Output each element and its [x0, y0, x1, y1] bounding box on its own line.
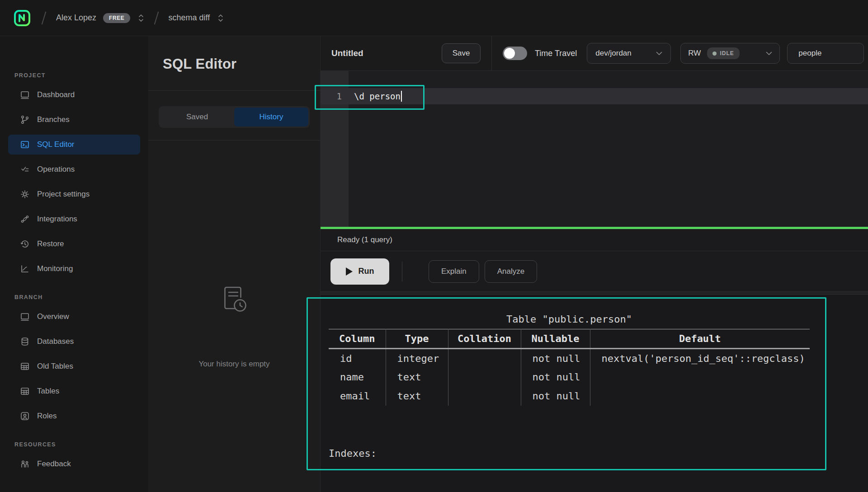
results-splitter[interactable] [321, 291, 868, 295]
sidebar-item-project-settings[interactable]: Project settings [8, 184, 140, 204]
top-bar: Alex Lopez FREE schema diff [0, 0, 868, 36]
save-button[interactable]: Save [442, 43, 481, 63]
time-travel-toggle[interactable] [503, 47, 527, 60]
query-result-output: Table "public.person" Column Type Collat… [329, 310, 810, 492]
branch-select[interactable]: dev/jordan [587, 43, 671, 64]
user-badge-icon [20, 411, 30, 421]
table-grid-icon [20, 386, 30, 396]
neon-console: Alex Lopez FREE schema diff PROJECT Dash… [0, 0, 868, 492]
result-table-title: Table "public.person" [329, 310, 810, 329]
code-line[interactable]: \d person [354, 88, 402, 104]
terminal-icon [20, 140, 30, 150]
column-header: Collation [448, 329, 521, 349]
ready-status-text: Ready (1 query) [337, 235, 392, 244]
compute-status-badge: IDLE [707, 47, 739, 59]
org-switcher-chevrons-icon[interactable] [138, 13, 144, 23]
sql-editor-panel: SQL Editor Saved History Your history is… [148, 36, 320, 492]
table-row: email text not null [329, 387, 810, 406]
explain-button[interactable]: Explain [429, 260, 479, 283]
breadcrumb-separator [42, 11, 47, 24]
project-switcher-chevrons-icon[interactable] [217, 13, 224, 23]
column-header: Nullable [521, 329, 590, 349]
query-tab-section: Untitled Save [321, 36, 492, 70]
database-select[interactable]: people [787, 43, 864, 64]
sidebar-item-monitoring[interactable]: Monitoring [8, 259, 140, 279]
window-icon [20, 312, 30, 322]
people-icon [20, 459, 30, 469]
database-icon [20, 337, 30, 347]
results-pane: Table "public.person" Column Type Collat… [321, 295, 868, 492]
column-header: Column [329, 329, 386, 349]
time-travel-label: Time Travel [535, 49, 577, 58]
active-line-highlight [321, 88, 868, 104]
divider [402, 262, 402, 281]
sidebar-item-restore[interactable]: Restore [8, 234, 140, 254]
column-header: Type [386, 329, 448, 349]
indexes-block: Indexes: "person_pkey" PRIMARY KEY, btre… [329, 408, 810, 492]
empty-history-icon [220, 284, 248, 317]
sidebar-section-resources: RESOURCES [14, 441, 148, 448]
tab-history[interactable]: History [234, 108, 308, 127]
sidebar-item-roles[interactable]: Roles [8, 406, 140, 426]
sidebar-item-feedback[interactable]: Feedback [8, 454, 140, 474]
gear-icon [20, 189, 30, 199]
editor-header: Untitled Save Time Travel dev/jordan RW [321, 36, 868, 71]
empty-history-text: Your history is empty [148, 360, 320, 369]
dashboard-icon [20, 90, 30, 100]
neon-logo-icon[interactable] [14, 9, 31, 27]
sidebar-item-old-tables[interactable]: Old Tables [8, 356, 140, 376]
panel-header: SQL Editor [148, 36, 320, 91]
status-bar: Ready (1 query) [321, 229, 868, 251]
sidebar-item-sql-editor[interactable]: SQL Editor [8, 135, 140, 155]
run-button[interactable]: Run [330, 258, 389, 285]
analyze-button[interactable]: Analyze [485, 260, 537, 283]
sidebar-item-operations[interactable]: Operations [8, 159, 140, 179]
page-title: SQL Editor [163, 56, 320, 72]
sidebar-item-tables[interactable]: Tables [8, 381, 140, 401]
table-grid-icon [20, 361, 30, 371]
chart-icon [20, 264, 30, 274]
git-branch-icon [20, 115, 30, 125]
play-icon [346, 267, 353, 276]
column-header: Default [590, 329, 810, 349]
editor-panel: Untitled Save Time Travel dev/jordan RW [320, 36, 868, 492]
chevron-down-icon [656, 52, 662, 56]
actions-row: Run Explain Analyze [321, 251, 868, 291]
result-header-row: Column Type Collation Nullable Default [329, 329, 810, 349]
table-row: id integer not null nextval('person_id_s… [329, 349, 810, 368]
text-cursor [401, 91, 402, 102]
sidebar-item-databases[interactable]: Databases [8, 332, 140, 351]
compute-select[interactable]: RW IDLE [680, 43, 780, 64]
query-title[interactable]: Untitled [331, 48, 363, 58]
code-editor[interactable]: 1 \d person [321, 71, 868, 227]
sidebar-item-branches[interactable]: Branches [8, 110, 140, 130]
project-name[interactable]: schema diff [168, 13, 210, 23]
line-number: 1 [321, 88, 349, 104]
indexes-label: Indexes: [329, 445, 810, 463]
history-clock-icon [20, 239, 30, 249]
checklist-icon [20, 164, 30, 174]
chevron-down-icon [766, 52, 772, 56]
sidebar-item-dashboard[interactable]: Dashboard [8, 85, 140, 105]
plan-badge: FREE [103, 13, 130, 23]
sidebar-section-branch: BRANCH [14, 294, 148, 300]
sidebar-section-project: PROJECT [14, 36, 148, 79]
integrations-icon [20, 214, 30, 224]
segmented-control: Saved History [159, 106, 310, 128]
sidebar: PROJECT Dashboard Branches SQL Editor Op… [0, 36, 148, 492]
sidebar-item-integrations[interactable]: Integrations [8, 209, 140, 229]
result-table: Column Type Collation Nullable Default i… [329, 329, 810, 406]
status-dot-icon [712, 52, 717, 56]
tab-saved[interactable]: Saved [160, 108, 234, 127]
toggle-knob [504, 48, 515, 59]
connection-controls: Time Travel dev/jordan RW IDLE [492, 36, 868, 70]
sidebar-item-overview[interactable]: Overview [8, 307, 140, 327]
tabs-container: Saved History [148, 91, 320, 141]
org-name[interactable]: Alex Lopez [56, 13, 96, 23]
table-row: name text not null [329, 368, 810, 387]
breadcrumb-separator [154, 11, 159, 24]
